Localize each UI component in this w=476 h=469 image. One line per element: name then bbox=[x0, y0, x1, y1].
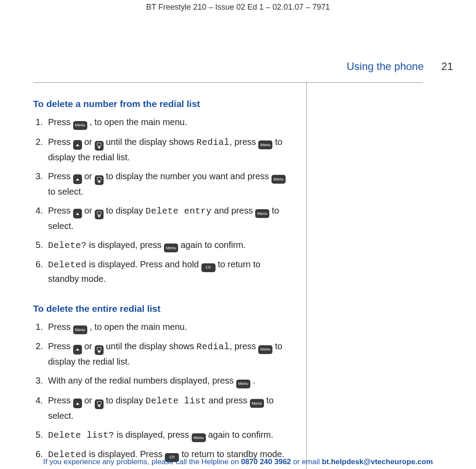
text: until the display shows bbox=[106, 341, 197, 351]
down-button-icon bbox=[95, 175, 104, 185]
up-button-icon bbox=[73, 399, 82, 408]
clr-button-icon: Clr bbox=[201, 263, 216, 272]
step: Deleted is displayed. Press and hold Clr… bbox=[45, 258, 293, 286]
icon-label: Menu bbox=[166, 246, 176, 250]
text: to display bbox=[106, 395, 145, 405]
text: Press bbox=[48, 395, 73, 405]
menu-button-icon: Menu bbox=[164, 244, 178, 252]
text: is displayed. Press and hold bbox=[87, 259, 201, 269]
text: or bbox=[84, 171, 94, 181]
icon-label: Menu bbox=[238, 382, 248, 386]
text: to display the number you want and press bbox=[106, 171, 271, 181]
up-button-icon bbox=[73, 209, 82, 218]
arrow-up-icon bbox=[76, 213, 79, 215]
text: or bbox=[84, 206, 94, 215]
text: , to open the main menu. bbox=[89, 117, 187, 127]
content-columns: To delete a number from the redial list … bbox=[33, 83, 423, 469]
text: Press bbox=[48, 137, 73, 147]
icon-label: Menu bbox=[252, 402, 262, 406]
step: Press or until the display shows Redial,… bbox=[45, 135, 293, 164]
up-button-icon bbox=[73, 345, 82, 355]
text: Press bbox=[48, 341, 73, 351]
text: , to open the main menu. bbox=[89, 322, 187, 332]
lcd-text: Redial bbox=[197, 137, 230, 148]
step: Press or to display Delete list and pres… bbox=[45, 394, 293, 423]
running-header: Using the phone 21 bbox=[0, 12, 476, 73]
icon-label: Menu bbox=[257, 212, 268, 216]
menu-button-icon: Menu bbox=[236, 380, 250, 388]
arrow-down-icon bbox=[97, 351, 101, 353]
footer-text: If you experience any problems, please c… bbox=[43, 458, 241, 466]
menu-button-icon: Menu bbox=[258, 140, 272, 149]
menu-button-icon: Menu bbox=[250, 399, 264, 408]
arrow-down-icon bbox=[97, 181, 101, 183]
steps-delete-number: Press Menu , to open the main menu. Pres… bbox=[33, 115, 293, 286]
icon-label: Menu bbox=[75, 328, 85, 332]
lcd-text: Delete? bbox=[48, 240, 87, 251]
text: . bbox=[253, 376, 255, 385]
arrow-up-icon bbox=[76, 178, 79, 181]
text: Press bbox=[48, 117, 73, 127]
phonebook-icon bbox=[97, 401, 101, 405]
menu-button-icon: Menu bbox=[258, 345, 272, 354]
icon-label: Menu bbox=[75, 123, 85, 127]
footer: If you experience any problems, please c… bbox=[0, 458, 476, 466]
section-title: Using the phone bbox=[347, 60, 424, 73]
text: or bbox=[84, 395, 94, 405]
step: Press or until the display shows Redial,… bbox=[45, 340, 293, 369]
helpline-email: bt.helpdesk@vtecheurope.com bbox=[322, 458, 433, 466]
text: and press bbox=[206, 395, 250, 405]
page: BT Freestyle 210 – Issue 02 Ed 1 – 02.01… bbox=[0, 0, 476, 469]
heading-delete-list: To delete the entire redial list bbox=[33, 303, 293, 314]
step: Press Menu , to open the main menu. bbox=[45, 320, 293, 335]
text: , press bbox=[230, 137, 259, 147]
step: Press Menu , to open the main menu. bbox=[45, 115, 293, 130]
step: With any of the redial numbers displayed… bbox=[45, 374, 293, 388]
main-column: To delete a number from the redial list … bbox=[33, 83, 306, 469]
down-button-icon bbox=[95, 399, 104, 409]
text: again to confirm. bbox=[181, 240, 246, 250]
menu-button-icon: Menu bbox=[192, 433, 206, 442]
text: With any of the redial numbers displayed… bbox=[48, 376, 236, 385]
arrow-up-icon bbox=[76, 403, 79, 405]
helpline-phone: 0870 240 3962 bbox=[241, 458, 291, 466]
down-button-icon bbox=[95, 210, 104, 219]
text: and press bbox=[212, 206, 255, 215]
text: Press bbox=[48, 171, 73, 181]
arrow-up-icon bbox=[76, 348, 79, 351]
lcd-text: Delete list? bbox=[48, 430, 114, 440]
phonebook-icon bbox=[97, 177, 101, 181]
text: until the display shows bbox=[106, 137, 197, 147]
menu-button-icon: Menu bbox=[73, 325, 87, 334]
text: is displayed, press bbox=[87, 240, 164, 250]
icon-label: Menu bbox=[273, 177, 283, 181]
step: Press or to display Delete entry and pre… bbox=[45, 204, 293, 233]
down-button-icon bbox=[95, 345, 104, 355]
menu-button-icon: Menu bbox=[271, 175, 286, 184]
text: again to confirm. bbox=[208, 430, 273, 439]
icon-label: Clr bbox=[206, 266, 211, 270]
arrow-down-icon bbox=[97, 405, 101, 407]
step: Delete list? is displayed, press Menu ag… bbox=[45, 428, 293, 443]
text: , press bbox=[230, 341, 259, 351]
icon-label: Menu bbox=[260, 347, 271, 351]
text: to display bbox=[106, 206, 145, 215]
text: or bbox=[84, 137, 94, 147]
down-button-icon bbox=[95, 141, 104, 151]
up-button-icon bbox=[73, 174, 82, 184]
lcd-text: Deleted bbox=[48, 260, 87, 270]
step: Delete? is displayed, press Menu again t… bbox=[45, 238, 293, 253]
steps-delete-list: Press Menu , to open the main menu. Pres… bbox=[33, 320, 293, 462]
text: or bbox=[84, 341, 94, 351]
heading-delete-number: To delete a number from the redial list bbox=[33, 99, 293, 109]
menu-button-icon: Menu bbox=[73, 121, 87, 130]
document-header: BT Freestyle 210 – Issue 02 Ed 1 – 02.01… bbox=[0, 0, 476, 12]
text: Press bbox=[48, 206, 73, 215]
icon-label: Menu bbox=[260, 143, 271, 147]
lcd-text: Redial bbox=[197, 342, 230, 352]
arrow-down-icon bbox=[97, 215, 101, 218]
text: to select. bbox=[48, 187, 83, 196]
footer-text: or email bbox=[291, 458, 322, 466]
step: Press or to display the number you want … bbox=[45, 170, 293, 199]
lcd-text: Delete entry bbox=[145, 206, 212, 216]
